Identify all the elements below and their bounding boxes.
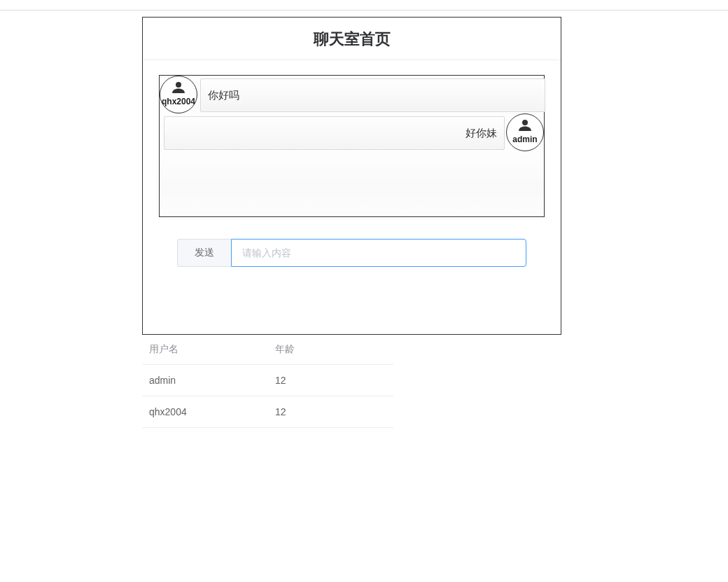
page-title: 聊天室首页 [143,18,561,60]
chat-window: qhx2004 你好吗 好你妹 admin [159,75,545,217]
cell-username: qhx2004 [142,396,268,428]
col-age: 年龄 [268,335,393,365]
col-username: 用户名 [142,335,268,365]
top-divider [0,10,728,11]
user-table: 用户名 年龄 admin 12 qhx2004 12 [142,335,393,428]
avatar-name-self: admin [512,135,537,144]
chat-message-right: 好你妹 admin [164,113,544,151]
cell-username: admin [142,365,268,396]
avatar-other: qhx2004 [160,76,197,113]
chat-card: 聊天室首页 qhx2004 你好吗 好你妹 admin 发送 [142,17,561,335]
message-bubble-self: 好你妹 [164,116,505,150]
avatar-name-other: qhx2004 [162,97,195,106]
composer: 发送 [177,239,526,267]
table-row: qhx2004 12 [142,396,393,428]
user-icon [172,83,186,96]
user-table-wrapper: 用户名 年龄 admin 12 qhx2004 12 [142,335,393,428]
cell-age: 12 [268,365,393,396]
chat-message-left: qhx2004 你好吗 [160,76,545,113]
send-button[interactable]: 发送 [177,239,231,267]
avatar-self: admin [506,113,544,151]
message-bubble-other: 你好吗 [200,78,545,112]
user-icon [518,121,532,134]
table-row: admin 12 [142,365,393,396]
message-input[interactable] [231,239,526,267]
cell-age: 12 [268,396,393,428]
